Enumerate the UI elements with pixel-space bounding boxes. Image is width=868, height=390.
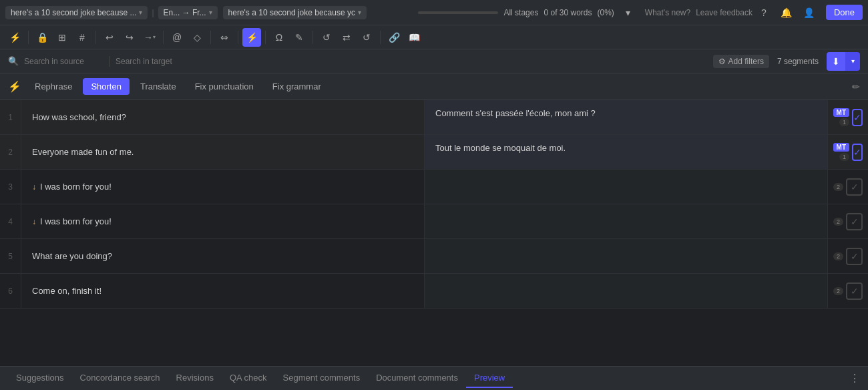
toolbar-merge-btn[interactable]: ⇔ <box>215 28 234 47</box>
toolbar-reset-btn[interactable]: ↺ <box>317 28 336 47</box>
target-doc-chevron: ▾ <box>358 9 361 16</box>
bell-icon[interactable]: 🔔 <box>778 4 795 21</box>
table-row[interactable]: 6Come on, finish it!2✓ <box>0 274 868 309</box>
seg-target[interactable] <box>425 239 828 273</box>
ai-tab-fix-punctuation[interactable]: Fix punctuation <box>187 78 262 95</box>
mt-badge: MT <box>833 108 849 117</box>
toolbar-zap-btn[interactable]: ⚡ <box>242 28 261 47</box>
toolbar-book-btn[interactable]: 📖 <box>405 28 423 47</box>
table-row[interactable]: 3↓I was born for you!2✓ <box>0 170 868 204</box>
lang-pair-label: En... → Fr... <box>164 8 206 17</box>
seg-source[interactable]: ↓I was born for you! <box>21 204 425 238</box>
search-source-input[interactable] <box>24 57 104 66</box>
download-btn[interactable]: ⬇ <box>827 52 845 71</box>
done-button[interactable]: Done <box>826 5 863 20</box>
warning-icon: ↓ <box>32 182 36 192</box>
tab-document-comments[interactable]: Document comments <box>368 369 466 388</box>
seg-target[interactable] <box>425 170 828 204</box>
toolbar-edit-btn[interactable]: ✎ <box>290 28 308 47</box>
seg-target[interactable] <box>425 274 828 308</box>
seg-source[interactable]: What are you doing? <box>21 239 425 273</box>
toolbar-forward-btn[interactable]: →▾ <box>140 28 159 47</box>
nav-separator: | <box>152 8 154 17</box>
seg-source[interactable]: How was school, friend? <box>21 100 425 134</box>
seg-num: 3 <box>0 170 21 204</box>
toolbar-divider-6 <box>265 31 266 44</box>
target-doc-label: here's a 10 second joke because yc <box>228 8 355 17</box>
toolbar-hash-btn[interactable]: # <box>73 28 91 47</box>
table-row[interactable]: 2Everyone made fun of me.Tout le monde s… <box>0 135 868 170</box>
toolbar-redo-btn[interactable]: ↪ <box>120 28 139 47</box>
profile-icon[interactable]: 👤 <box>801 4 818 21</box>
confirm-btn[interactable]: ✓ <box>852 144 863 161</box>
toolbar-tag-btn[interactable]: ◇ <box>188 28 206 47</box>
num-badge: 2 <box>833 287 843 295</box>
whats-new-link[interactable]: What's new? <box>645 8 690 17</box>
num-badge: 2 <box>833 183 843 191</box>
seg-actions: 2✓ <box>828 274 868 308</box>
seg-source[interactable]: Everyone made fun of me. <box>21 135 425 169</box>
toolbar-swap-btn[interactable]: ⇄ <box>337 28 356 47</box>
toolbar-lock-btn[interactable]: 🔒 <box>33 28 51 47</box>
ai-tab-shorten[interactable]: Shorten <box>83 78 130 95</box>
help-icon[interactable]: ? <box>755 4 773 21</box>
toolbar-divider-3 <box>163 31 164 44</box>
search-bar: 🔍 ⚙ Add filters 7 segments ⬇ ▾ <box>0 49 868 73</box>
search-target-input[interactable] <box>116 57 196 66</box>
seg-num: 2 <box>0 135 21 169</box>
search-icon: 🔍 <box>8 56 19 66</box>
progress-bar-bg <box>418 11 498 14</box>
ai-tab-translate[interactable]: Translate <box>132 78 184 95</box>
word-percent: (0%) <box>598 8 614 17</box>
seg-source-text: Everyone made fun of me. <box>32 147 134 157</box>
seg-target[interactable] <box>425 204 828 238</box>
confirm-btn[interactable]: ✓ <box>846 248 863 265</box>
stage-label: All stages <box>503 8 538 17</box>
seg-num: 5 <box>0 239 21 273</box>
tab-preview[interactable]: Preview <box>466 369 513 388</box>
ai-tab-fix-grammar[interactable]: Fix grammar <box>264 78 329 95</box>
confirm-btn[interactable]: ✓ <box>846 178 863 196</box>
seg-actions: 2✓ <box>828 170 868 204</box>
tab-segment-comments[interactable]: Segment comments <box>275 369 369 388</box>
warning-icon: ↓ <box>32 217 36 226</box>
toolbar-lightning-btn[interactable]: ⚡ <box>5 28 24 47</box>
seg-num: 6 <box>0 274 21 308</box>
more-tabs-icon[interactable]: ⋮ <box>849 372 860 385</box>
leave-feedback-link[interactable]: Leave feedback <box>696 8 752 17</box>
tab-qa-check[interactable]: QA check <box>222 369 275 388</box>
confirm-btn[interactable]: ✓ <box>846 213 863 230</box>
target-doc-dropdown[interactable]: here's a 10 second joke because yc ▾ <box>223 6 367 19</box>
toolbar-split-btn[interactable]: ⊞ <box>53 28 71 47</box>
table-row[interactable]: 4↓I was born for you!2✓ <box>0 204 868 239</box>
tab-revisions[interactable]: Revisions <box>168 369 222 388</box>
seg-source[interactable]: ↓I was born for you! <box>21 170 425 204</box>
tab-suggestions[interactable]: Suggestions <box>8 369 72 388</box>
add-filters-btn[interactable]: ⚙ Add filters <box>713 55 769 68</box>
ai-edit-icon[interactable]: ✏ <box>852 81 860 92</box>
seg-target[interactable]: Comment s'est passée l'école, mon ami ? <box>425 100 828 134</box>
table-row[interactable]: 1How was school, friend?Comment s'est pa… <box>0 100 868 135</box>
toolbar-at-btn[interactable]: @ <box>168 28 186 47</box>
table-row[interactable]: 5What are you doing?2✓ <box>0 239 868 274</box>
progress-dropdown[interactable]: ▾ <box>620 4 637 21</box>
confirm-btn[interactable]: ✓ <box>846 282 863 300</box>
lang-pair-dropdown[interactable]: En... → Fr... ▾ <box>158 6 218 19</box>
toolbar-undo2-btn[interactable]: ↺ <box>357 28 376 47</box>
lang-pair-chevron: ▾ <box>209 9 212 16</box>
tab-concordance-search[interactable]: Concordance search <box>72 369 168 388</box>
seg-actions: MT1✓ <box>828 100 868 134</box>
toolbar-link-btn[interactable]: 🔗 <box>385 28 403 47</box>
confirm-btn[interactable]: ✓ <box>852 109 863 126</box>
ai-tab-rephrase[interactable]: Rephrase <box>27 78 80 95</box>
toolbar-undo-btn[interactable]: ↩ <box>100 28 119 47</box>
download-dropdown-btn[interactable]: ▾ <box>845 52 860 71</box>
nav-icons: ? 🔔 👤 <box>755 4 818 21</box>
toolbar-omega-btn[interactable]: Ω <box>270 28 288 47</box>
segments-table: 1How was school, friend?Comment s'est pa… <box>0 100 868 366</box>
seg-source[interactable]: Come on, finish it! <box>21 274 425 308</box>
toolbar-divider-2 <box>95 31 96 44</box>
source-doc-dropdown[interactable]: here's a 10 second joke because ... ▾ <box>5 6 148 19</box>
seg-badge-wrap: MT1 <box>833 108 849 126</box>
seg-target[interactable]: Tout le monde se moquait de moi. <box>425 135 828 169</box>
